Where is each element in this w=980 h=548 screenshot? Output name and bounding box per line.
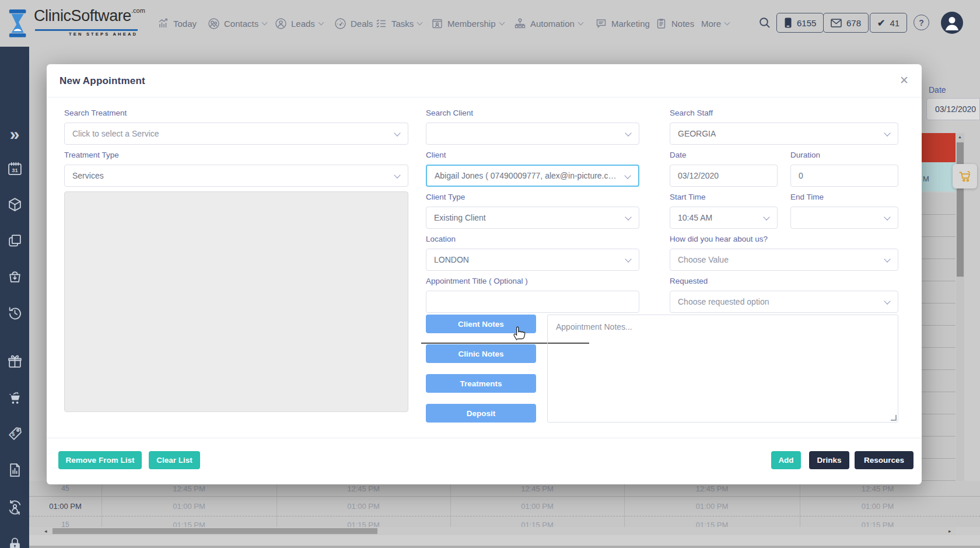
scroll-left-icon[interactable]: ◂ — [44, 528, 47, 534]
nav-item-more[interactable]: More — [701, 14, 729, 33]
sidebar-lock-button[interactable] — [0, 536, 29, 548]
event-block-red[interactable] — [922, 133, 956, 162]
client-type-select[interactable]: Existing Client — [426, 207, 639, 229]
sidebar-reports-button[interactable] — [0, 462, 29, 478]
chevron-down-icon — [625, 130, 631, 136]
nav-item-leads[interactable]: Leads — [275, 14, 323, 33]
drinks-button[interactable]: Drinks — [809, 451, 849, 469]
search-staff-value: GEORGIA — [678, 129, 716, 138]
resize-grip-icon[interactable] — [891, 415, 897, 421]
sidebar-orders-button[interactable] — [0, 268, 29, 284]
sidebar-cart-button[interactable] — [0, 390, 29, 406]
horizontal-scrollbar-thumb[interactable] — [52, 528, 377, 534]
date-input[interactable]: 03/12/2020 — [670, 165, 778, 187]
search-treatment-select[interactable]: Click to select a Service — [64, 123, 408, 145]
slot-cell[interactable]: 01:15 PM — [276, 521, 450, 527]
scroll-right-icon[interactable]: ▸ — [949, 528, 951, 534]
sidebar-expand-button[interactable]: » — [0, 127, 29, 142]
chevron-down-icon — [394, 130, 400, 136]
sidebar-calendar-button[interactable]: 31 — [0, 161, 29, 177]
slot-cell[interactable]: 01:00 PM — [800, 502, 956, 511]
nav-item-tasks[interactable]: Tasks — [375, 14, 422, 33]
vertical-scrollbar[interactable]: ▲ ▼ — [956, 133, 964, 524]
nav-item-today[interactable]: Today — [158, 14, 197, 33]
search-icon[interactable] — [758, 16, 771, 32]
logo-text[interactable]: ClinicSoftware.com — [34, 7, 145, 25]
deposit-button[interactable]: Deposit — [426, 404, 536, 423]
clear-list-button[interactable]: Clear List — [149, 451, 200, 469]
slot-cell[interactable]: 01:15 PM — [450, 521, 624, 527]
help-icon[interactable]: ? — [914, 15, 929, 30]
slot-cell[interactable]: 12:45 PM — [102, 484, 276, 493]
location-select[interactable]: LONDON — [426, 249, 639, 271]
nav-item-marketing[interactable]: Marketing — [595, 14, 650, 33]
slot-cell[interactable]: 01:15 PM — [800, 521, 956, 527]
slot-cell[interactable]: 01:00 PM — [624, 502, 800, 511]
horizontal-scrollbar[interactable]: ◂ ▸ — [29, 527, 956, 535]
nav-item-automation[interactable]: Automation — [514, 14, 583, 33]
calendar-date-input[interactable]: 03/12/2020 — [926, 98, 980, 120]
sidebar-gift-button[interactable] — [0, 354, 29, 369]
end-time-select[interactable] — [790, 207, 898, 229]
sidebar-pricing-button[interactable]: $ — [0, 425, 29, 441]
tasks-counter-badge[interactable]: ✔ 41 — [870, 13, 907, 33]
duration-value: 0 — [799, 171, 803, 180]
vertical-scrollbar-thumb[interactable] — [957, 142, 964, 277]
nav-item-membership[interactable]: Membership — [431, 14, 504, 33]
slot-cell[interactable]: 12:45 PM — [276, 484, 450, 493]
slot-cell[interactable]: 12:45 PM — [450, 484, 624, 493]
client-label: Client — [426, 151, 446, 159]
clinicsoftware-logo-icon[interactable] — [7, 8, 32, 41]
add-button[interactable]: Add — [771, 451, 801, 469]
chevron-down-icon — [624, 172, 631, 179]
slot-cell[interactable]: 01:00 PM — [276, 502, 450, 511]
slot-cell[interactable]: 12:45 PM — [800, 484, 956, 493]
clinic-notes-button[interactable]: Clinic Notes — [426, 344, 536, 363]
event-block-teal[interactable]: M — [922, 162, 956, 191]
sidebar-history-button[interactable] — [0, 305, 29, 321]
duration-input[interactable]: 0 — [790, 165, 898, 187]
bag-icon — [7, 268, 23, 284]
close-icon[interactable]: ✕ — [900, 74, 909, 87]
start-time-select[interactable]: 10:45 AM — [670, 207, 778, 229]
client-type-label: Client Type — [426, 193, 465, 201]
avatar[interactable] — [940, 11, 964, 37]
scroll-up-icon[interactable]: ▲ — [958, 134, 962, 140]
nav-label: Membership — [447, 19, 496, 29]
cart-orange-icon — [958, 169, 972, 183]
appointment-title-input[interactable] — [426, 291, 639, 313]
search-staff-select[interactable]: GEORGIA — [670, 123, 898, 145]
left-sidebar: » 31 — [0, 47, 29, 548]
slot-cell[interactable]: 12:45 PM — [624, 484, 800, 493]
slot-cell[interactable]: 01:00 PM — [102, 502, 276, 511]
nav-item-deals[interactable]: Deals — [334, 14, 373, 33]
calls-counter-badge[interactable]: 6155 — [776, 13, 824, 33]
emails-counter-badge[interactable]: 678 — [823, 13, 869, 33]
resources-button[interactable]: Resources — [855, 451, 914, 469]
slot-cell[interactable]: 01:15 PM — [624, 521, 800, 527]
sidebar-products-button[interactable] — [0, 197, 29, 212]
logo-suffix: .com — [131, 7, 145, 14]
help-glyph: ? — [919, 18, 924, 27]
remove-from-list-button[interactable]: Remove From List — [58, 451, 142, 469]
nav-label: Today — [173, 19, 197, 29]
client-notes-button[interactable]: Client Notes — [426, 315, 536, 333]
requested-select[interactable]: Choose requested option — [670, 291, 898, 313]
slot-cell[interactable]: 01:00 PM — [450, 502, 624, 511]
nav-item-notes[interactable]: Notes — [655, 14, 694, 33]
end-time-label: End Time — [790, 193, 824, 201]
client-select[interactable]: Abigail Jones ( 07490009777, alex@in-pic… — [426, 165, 639, 187]
modal-title: New Appointment — [60, 75, 145, 87]
search-client-select[interactable] — [426, 123, 639, 145]
hear-about-select[interactable]: Choose Value — [670, 249, 898, 271]
search-treatment-label: Search Treatment — [64, 109, 127, 117]
sidebar-copies-button[interactable] — [0, 233, 29, 249]
emails-count: 678 — [846, 18, 861, 28]
sidebar-account-sync-button[interactable] — [0, 500, 29, 515]
treatment-type-select[interactable]: Services — [64, 165, 408, 187]
basket-button[interactable] — [953, 164, 977, 189]
appointment-notes-textarea[interactable]: Appointment Notes... — [547, 315, 898, 423]
treatments-button[interactable]: Treatments — [426, 374, 536, 393]
slot-cell[interactable]: 01:15 PM — [102, 521, 276, 527]
nav-item-contacts[interactable]: Contacts — [208, 14, 267, 33]
